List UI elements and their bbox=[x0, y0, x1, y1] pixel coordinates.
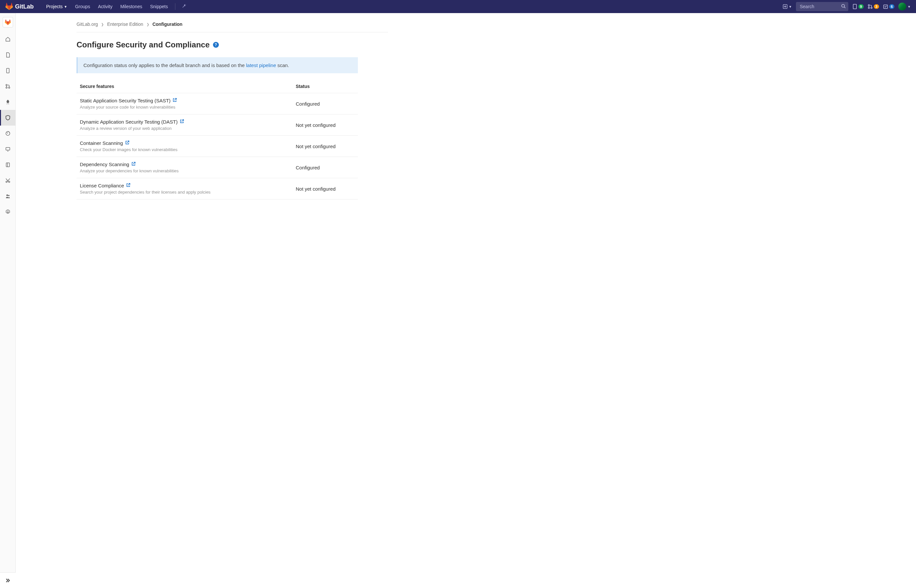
chevron-right-icon: ❯ bbox=[101, 23, 104, 26]
svg-rect-2 bbox=[853, 4, 856, 9]
chevron-down-icon: ▼ bbox=[908, 5, 911, 8]
left-sidebar bbox=[0, 13, 16, 205]
rocket-icon bbox=[5, 99, 10, 105]
sidebar-item-members[interactable] bbox=[0, 188, 16, 204]
search-input[interactable] bbox=[796, 2, 848, 11]
admin-wrench-icon[interactable] bbox=[179, 4, 189, 10]
page-title: Configure Security and Compliance ? bbox=[76, 40, 388, 49]
nav-snippets[interactable]: Snippets bbox=[147, 1, 171, 12]
external-link-icon[interactable] bbox=[172, 98, 177, 103]
table-row: Dependency Scanning Analyze your depende… bbox=[76, 157, 358, 178]
svg-point-17 bbox=[8, 195, 10, 196]
breadcrumb-page: Configuration bbox=[152, 22, 183, 27]
feature-info: Dependency Scanning Analyze your depende… bbox=[80, 162, 296, 173]
mr-badge: 3 bbox=[874, 4, 879, 9]
nav-separator bbox=[175, 3, 175, 10]
svg-rect-7 bbox=[6, 68, 9, 73]
feature-desc: Analyze your dependencies for known vuln… bbox=[80, 168, 296, 173]
breadcrumb-org[interactable]: GitLab.org bbox=[76, 22, 98, 27]
info-banner: Configuration status only applies to the… bbox=[76, 57, 358, 73]
external-link-icon[interactable] bbox=[125, 140, 129, 146]
feature-name-text: Dynamic Application Security Testing (DA… bbox=[80, 119, 178, 124]
main-content: GitLab.org ❯ Enterprise Edition ❯ Config… bbox=[69, 13, 396, 205]
svg-point-8 bbox=[6, 84, 7, 86]
user-menu[interactable]: ▼ bbox=[898, 3, 911, 10]
new-dropdown-button[interactable]: ▼ bbox=[783, 4, 792, 9]
help-icon[interactable]: ? bbox=[213, 42, 219, 48]
svg-point-3 bbox=[868, 5, 869, 6]
banner-prefix: Configuration status only applies to the… bbox=[83, 63, 246, 68]
feature-info: Dynamic Application Security Testing (DA… bbox=[80, 119, 296, 131]
banner-link[interactable]: latest pipeline bbox=[246, 63, 276, 68]
feature-info: Static Application Security Testing (SAS… bbox=[80, 98, 296, 110]
nav-merge-requests[interactable]: 3 bbox=[867, 4, 879, 9]
nav-groups[interactable]: Groups bbox=[72, 1, 93, 12]
nav-issues[interactable]: 9 bbox=[852, 4, 864, 9]
top-navbar: GitLab Projects ▼ Groups Activity Milest… bbox=[0, 0, 916, 13]
search-icon[interactable] bbox=[841, 4, 846, 10]
sidebar-item-overview[interactable] bbox=[0, 31, 16, 47]
scissors-icon bbox=[5, 178, 10, 183]
table-row: License Compliance Search your project d… bbox=[76, 178, 358, 199]
external-link-icon[interactable] bbox=[131, 162, 136, 167]
feature-status: Not yet configured bbox=[296, 122, 354, 128]
merge-request-icon bbox=[867, 4, 873, 9]
nav-milestones[interactable]: Milestones bbox=[117, 1, 146, 12]
navbar-left: GitLab Projects ▼ Groups Activity Milest… bbox=[5, 1, 189, 12]
todos-badge: 6 bbox=[889, 4, 894, 9]
gitlab-tanuki-icon bbox=[5, 3, 13, 10]
header-feature: Secure features bbox=[80, 84, 296, 89]
sidebar-item-cicd[interactable] bbox=[0, 94, 16, 110]
sidebar-item-merge-requests[interactable] bbox=[0, 79, 16, 94]
feature-name-text: Static Application Security Testing (SAS… bbox=[80, 98, 170, 103]
svg-point-10 bbox=[8, 87, 10, 88]
operations-icon bbox=[5, 131, 10, 136]
feature-desc: Analyze a review version of your web app… bbox=[80, 126, 296, 131]
chevron-right-icon: ❯ bbox=[147, 23, 149, 26]
feature-info: Container Scanning Check your Docker ima… bbox=[80, 140, 296, 152]
nav-links: Projects ▼ Groups Activity Milestones Sn… bbox=[43, 1, 189, 12]
sidebar-item-wiki[interactable] bbox=[0, 157, 16, 173]
feature-status: Not yet configured bbox=[296, 144, 354, 149]
svg-point-9 bbox=[6, 87, 7, 88]
sidebar-item-repository[interactable] bbox=[0, 47, 16, 63]
feature-desc: Analyze your source code for known vulne… bbox=[80, 105, 296, 110]
chevron-down-icon: ▼ bbox=[64, 5, 67, 8]
svg-rect-13 bbox=[6, 163, 10, 167]
issues-badge: 9 bbox=[858, 4, 864, 9]
feature-name: License Compliance bbox=[80, 183, 296, 188]
table-row: Dynamic Application Security Testing (DA… bbox=[76, 115, 358, 136]
nav-todos[interactable]: 6 bbox=[883, 4, 894, 9]
feature-name-text: Container Scanning bbox=[80, 140, 123, 146]
sidebar-item-settings[interactable] bbox=[0, 204, 16, 205]
svg-point-5 bbox=[871, 7, 872, 8]
feature-name: Container Scanning bbox=[80, 140, 296, 146]
header-status: Status bbox=[296, 84, 354, 89]
plus-square-icon bbox=[783, 4, 787, 9]
sidebar-item-packages[interactable] bbox=[0, 141, 16, 157]
banner-suffix: scan. bbox=[276, 63, 289, 68]
sidebar-project-avatar[interactable] bbox=[3, 17, 13, 27]
user-avatar bbox=[898, 3, 906, 10]
issues-icon bbox=[5, 68, 10, 73]
sidebar-item-security[interactable] bbox=[0, 110, 16, 126]
chevron-down-icon: ▼ bbox=[789, 5, 792, 8]
nav-projects[interactable]: Projects ▼ bbox=[43, 1, 70, 12]
merge-request-icon bbox=[5, 84, 10, 89]
gitlab-logo[interactable]: GitLab bbox=[5, 3, 34, 10]
external-link-icon[interactable] bbox=[126, 183, 131, 188]
sidebar-item-operations[interactable] bbox=[0, 126, 16, 141]
issues-icon bbox=[852, 4, 858, 9]
sidebar-item-snippets[interactable] bbox=[0, 173, 16, 188]
breadcrumb: GitLab.org ❯ Enterprise Edition ❯ Config… bbox=[76, 18, 388, 32]
svg-point-15 bbox=[8, 181, 10, 183]
feature-status: Configured bbox=[296, 165, 354, 170]
svg-point-1 bbox=[842, 4, 844, 7]
nav-activity[interactable]: Activity bbox=[95, 1, 115, 12]
external-link-icon[interactable] bbox=[180, 119, 184, 124]
table-header: Secure features Status bbox=[76, 80, 358, 93]
feature-name: Static Application Security Testing (SAS… bbox=[80, 98, 296, 103]
table-row: Static Application Security Testing (SAS… bbox=[76, 93, 358, 115]
sidebar-item-issues[interactable] bbox=[0, 63, 16, 79]
breadcrumb-project[interactable]: Enterprise Edition bbox=[107, 22, 143, 27]
